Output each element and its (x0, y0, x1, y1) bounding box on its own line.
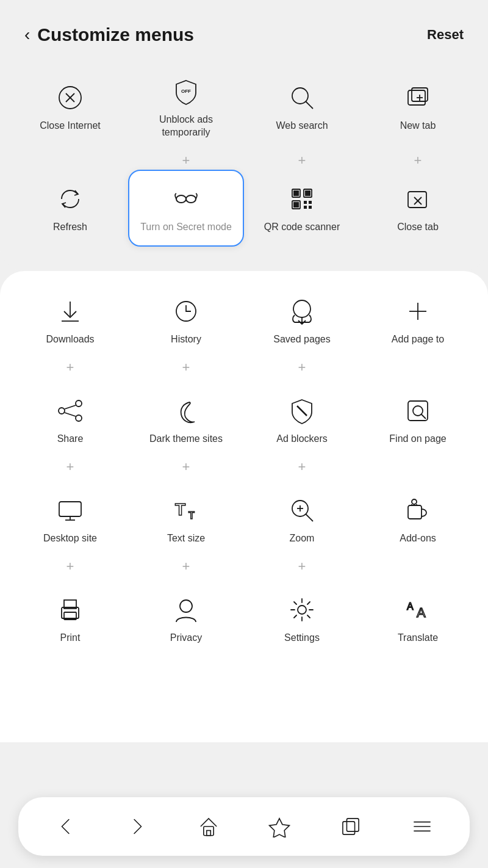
text-size-icon: T T (170, 494, 202, 526)
svg-rect-62 (206, 831, 210, 836)
reset-button[interactable]: Reset (427, 27, 464, 43)
menu-item-secret-mode[interactable]: Turn on Secret mode (128, 170, 244, 247)
find-on-page-icon (402, 395, 434, 427)
nav-menu[interactable] (405, 809, 439, 844)
nav-bookmark[interactable] (262, 809, 296, 844)
nav-forward[interactable] (120, 809, 154, 844)
plus-d4 (360, 557, 476, 576)
plus-row-4: + + + (12, 557, 476, 576)
svg-line-38 (65, 413, 76, 416)
svg-text:A: A (407, 601, 414, 612)
svg-point-53 (412, 499, 417, 504)
menu-item-zoom[interactable]: Zoom (244, 482, 360, 551)
page-title: Customize menus (37, 24, 194, 45)
menu-item-ad-blockers[interactable]: Ad blockers (244, 383, 360, 452)
menu-item-close-tab[interactable]: Close tab (360, 170, 476, 247)
svg-point-36 (76, 415, 82, 421)
svg-rect-17 (305, 190, 310, 196)
menu-item-refresh[interactable]: Refresh (12, 170, 128, 247)
menu-item-print[interactable]: Print (12, 582, 128, 651)
plus-b4 (360, 358, 476, 377)
qr-scanner-label: QR code scanner (264, 221, 340, 234)
menu-item-downloads[interactable]: Downloads (12, 283, 128, 352)
web-search-label: Web search (276, 120, 328, 132)
menu-item-qr-scanner[interactable]: QR code scanner (244, 170, 360, 247)
menu-item-privacy[interactable]: Privacy (128, 582, 244, 651)
bottom-row-4: Print Privacy Settings (12, 576, 476, 657)
menu-item-translate[interactable]: A A Translate (360, 582, 476, 651)
plus-2: + (128, 151, 244, 170)
refresh-icon (54, 183, 86, 215)
plus-row-2: + + + (12, 358, 476, 377)
svg-line-49 (306, 514, 313, 521)
svg-line-5 (306, 101, 313, 109)
desktop-site-label: Desktop site (43, 532, 97, 545)
svg-rect-15 (293, 190, 299, 196)
top-row-1: Close Internet OFF Unblock ads temporari… (12, 63, 476, 151)
plus-c1: + (12, 458, 128, 476)
back-icon[interactable]: ‹ (24, 25, 30, 45)
add-ons-label: Add-ons (400, 532, 436, 545)
menu-item-settings[interactable]: Settings (244, 582, 360, 651)
nav-bar (18, 797, 470, 856)
svg-marker-63 (270, 819, 290, 837)
svg-rect-23 (309, 206, 312, 209)
find-on-page-label: Find on page (389, 433, 446, 446)
downloads-label: Downloads (46, 333, 94, 346)
svg-line-39 (297, 406, 307, 416)
menu-item-text-size[interactable]: T T Text size (128, 482, 244, 551)
plus-row-3: + + + (12, 458, 476, 476)
menu-item-desktop-site[interactable]: Desktop site (12, 482, 128, 551)
nav-back[interactable] (49, 809, 83, 844)
svg-point-58 (298, 606, 306, 614)
downloads-icon (54, 295, 86, 327)
unblock-ads-icon: OFF (170, 76, 202, 107)
dark-theme-icon (170, 395, 202, 427)
plus-c3: + (244, 458, 360, 476)
svg-line-37 (65, 405, 76, 409)
unblock-ads-label: Unblock ads temporarily (134, 114, 238, 139)
history-label: History (171, 333, 201, 346)
new-tab-label: New tab (400, 120, 436, 132)
svg-point-30 (293, 300, 310, 317)
svg-point-57 (180, 600, 192, 612)
plus-b2: + (128, 358, 244, 377)
menu-item-unblock-ads[interactable]: OFF Unblock ads temporarily (128, 63, 244, 151)
plus-4: + (360, 151, 476, 170)
menu-item-history[interactable]: History (128, 283, 244, 352)
plus-d3: + (244, 557, 360, 576)
qr-scanner-icon (286, 183, 318, 215)
menu-item-new-tab[interactable]: New tab (360, 63, 476, 151)
bottom-row-1: Downloads History Saved pages (12, 277, 476, 358)
svg-point-10 (176, 195, 186, 203)
menu-item-share[interactable]: Share (12, 383, 128, 452)
header-left: ‹ Customize menus (24, 24, 194, 45)
ad-blockers-icon (286, 395, 318, 427)
refresh-label: Refresh (53, 221, 87, 234)
print-icon (54, 594, 86, 626)
menu-item-add-page[interactable]: Add page to (360, 283, 476, 352)
svg-rect-22 (304, 206, 307, 209)
history-icon (170, 295, 202, 327)
svg-rect-61 (203, 826, 213, 836)
close-tab-icon (402, 183, 434, 215)
svg-rect-52 (408, 505, 422, 519)
menu-item-web-search[interactable]: Web search (244, 63, 360, 151)
nav-home[interactable] (192, 809, 226, 844)
svg-text:T: T (175, 500, 185, 519)
menu-item-close-internet[interactable]: Close Internet (12, 63, 128, 151)
menu-item-add-ons[interactable]: Add-ons (360, 482, 476, 551)
nav-tabs[interactable] (334, 809, 368, 844)
svg-point-34 (76, 400, 82, 407)
menu-item-saved-pages[interactable]: Saved pages (244, 283, 360, 352)
top-row-2: Refresh Turn on Secret mode (12, 170, 476, 247)
svg-rect-64 (343, 822, 355, 834)
share-icon (54, 395, 86, 427)
add-ons-icon (402, 494, 434, 526)
svg-point-35 (59, 408, 65, 414)
privacy-label: Privacy (170, 632, 202, 645)
menu-item-dark-theme[interactable]: Dark theme sites (128, 383, 244, 452)
privacy-icon (170, 594, 202, 626)
menu-item-find-on-page[interactable]: Find on page (360, 383, 476, 452)
saved-pages-label: Saved pages (273, 333, 330, 346)
